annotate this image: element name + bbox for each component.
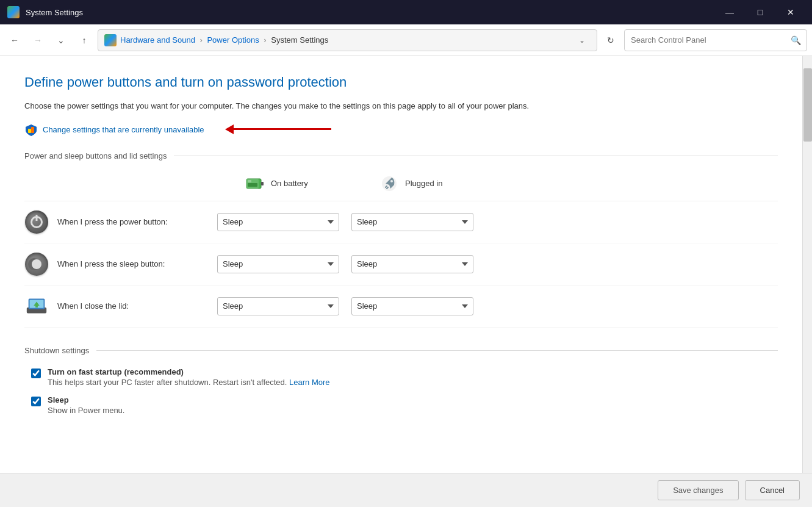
lid-battery-select[interactable]: Sleep Do nothing Hibernate Shut down Tur… <box>217 297 339 315</box>
battery-icon <box>244 173 266 195</box>
svg-rect-4 <box>261 182 264 185</box>
sleep-checkbox[interactable] <box>31 397 41 406</box>
svg-rect-1 <box>31 127 34 133</box>
up-button[interactable]: ↑ <box>74 31 94 50</box>
bottom-bar: Save changes Cancel <box>0 473 812 507</box>
battery-column-label: On battery <box>271 179 308 188</box>
svg-rect-5 <box>248 180 251 182</box>
fast-startup-label: Turn on fast startup (recommended) <box>48 367 778 376</box>
content-area: Define power buttons and turn on passwor… <box>0 56 802 473</box>
lid-battery-select-wrap: Sleep Do nothing Hibernate Shut down Tur… <box>217 297 351 315</box>
address-dropdown-button[interactable]: ⌄ <box>573 32 591 49</box>
sleep-text: Sleep Show in Power menu. <box>48 395 778 415</box>
forward-button[interactable]: → <box>28 31 48 50</box>
change-settings-row: Change settings that are currently unava… <box>24 123 778 137</box>
shield-icon <box>24 123 38 137</box>
power-battery-select[interactable]: Sleep Do nothing Hibernate Shut down Tur… <box>217 213 339 231</box>
shutdown-separator: Shutdown settings <box>24 346 778 355</box>
maximize-button[interactable]: □ <box>746 2 774 22</box>
plugged-column-label: Plugged in <box>405 179 442 188</box>
plugged-column-header: Plugged in <box>378 173 512 195</box>
address-bar-icon <box>104 34 117 46</box>
lid-icon <box>24 294 49 318</box>
power-plugged-select[interactable]: Sleep Do nothing Hibernate Shut down Tur… <box>351 213 473 231</box>
breadcrumb-root[interactable]: Hardware and Sound <box>120 35 195 45</box>
search-input[interactable] <box>625 35 785 45</box>
sleep-plugged-select[interactable]: Sleep Do nothing Hibernate Shut down Tur… <box>351 255 473 273</box>
power-row-label-wrap: When I press the power button: <box>24 210 217 234</box>
change-settings-link[interactable]: Change settings that are currently unava… <box>43 125 204 134</box>
save-changes-button[interactable]: Save changes <box>658 480 738 500</box>
cancel-button[interactable]: Cancel <box>745 480 800 500</box>
arrow-annotation <box>226 124 331 134</box>
fast-startup-description: This helps start your PC faster after sh… <box>48 378 778 387</box>
nav-bar: ← → ⌄ ↑ Hardware and Sound › Power Optio… <box>0 24 812 56</box>
lid-plugged-select[interactable]: Sleep Do nothing Hibernate Shut down Tur… <box>351 297 473 315</box>
svg-point-8 <box>390 180 393 182</box>
sleep-label: Sleep <box>48 395 778 405</box>
scrollbar-thumb[interactable] <box>803 68 812 142</box>
close-button[interactable]: ✕ <box>777 2 805 22</box>
page-description: Choose the power settings that you want … <box>24 100 543 112</box>
recent-button[interactable]: ⌄ <box>51 31 71 50</box>
breadcrumb: Hardware and Sound › Power Options › Sys… <box>120 35 570 45</box>
sleep-row-label: When I press the sleep button: <box>57 259 165 268</box>
lid-row: When I close the lid: Sleep Do nothing H… <box>24 286 778 328</box>
sleep-battery-select-wrap: Sleep Do nothing Hibernate Shut down Tur… <box>217 255 351 273</box>
plugged-icon <box>378 173 400 195</box>
battery-column-header: On battery <box>244 173 378 195</box>
arrow-head <box>225 124 234 134</box>
back-button[interactable]: ← <box>5 31 24 50</box>
power-buttons-section-label: Power and sleep buttons and lid settings <box>24 151 167 160</box>
power-row-label: When I press the power button: <box>57 217 168 226</box>
svg-rect-6 <box>248 183 257 187</box>
main-content: Define power buttons and turn on passwor… <box>0 56 812 473</box>
breadcrumb-level3: System Settings <box>271 35 328 45</box>
sleep-plugged-select-wrap: Sleep Do nothing Hibernate Shut down Tur… <box>351 255 486 273</box>
fast-startup-row: Turn on fast startup (recommended) This … <box>24 367 778 387</box>
power-buttons-separator: Power and sleep buttons and lid settings <box>24 151 778 160</box>
shutdown-separator-line <box>96 350 778 351</box>
address-bar: Hardware and Sound › Power Options › Sys… <box>98 29 597 51</box>
page-title: Define power buttons and turn on passwor… <box>24 74 778 90</box>
search-bar: 🔍 <box>624 29 807 51</box>
separator-line <box>174 156 778 156</box>
title-bar-text: System Settings <box>26 8 710 17</box>
sleep-battery-select[interactable]: Sleep Do nothing Hibernate Shut down Tur… <box>217 255 339 273</box>
power-battery-select-wrap: Sleep Do nothing Hibernate Shut down Tur… <box>217 213 351 231</box>
sleep-description: Show in Power menu. <box>48 406 778 415</box>
refresh-button[interactable]: ↻ <box>601 31 620 50</box>
minimize-button[interactable]: — <box>716 2 744 22</box>
scrollbar-track[interactable] <box>802 56 812 473</box>
power-button-icon <box>24 210 49 234</box>
sleep-row: Sleep Show in Power menu. <box>24 395 778 415</box>
lid-row-label: When I close the lid: <box>57 301 129 311</box>
sleep-button-row: When I press the sleep button: Sleep Do … <box>24 243 778 286</box>
shutdown-section-label: Shutdown settings <box>24 346 89 355</box>
arrow-line <box>234 128 331 130</box>
fast-startup-text: Turn on fast startup (recommended) This … <box>48 367 778 387</box>
search-button[interactable]: 🔍 <box>785 29 807 51</box>
sleep-row-label-wrap: When I press the sleep button: <box>24 252 217 276</box>
title-bar: System Settings — □ ✕ <box>0 0 812 24</box>
power-table: On battery Plugged in <box>24 173 778 328</box>
app-icon <box>7 6 20 18</box>
power-button-row: When I press the power button: Sleep Do … <box>24 201 778 243</box>
shutdown-section: Turn on fast startup (recommended) This … <box>24 367 778 415</box>
title-bar-controls: — □ ✕ <box>716 2 805 22</box>
breadcrumb-level2[interactable]: Power Options <box>207 35 259 45</box>
power-plugged-select-wrap: Sleep Do nothing Hibernate Shut down Tur… <box>351 213 486 231</box>
learn-more-link[interactable]: Learn More <box>289 378 329 387</box>
power-table-header: On battery Plugged in <box>24 173 778 201</box>
fast-startup-checkbox[interactable] <box>31 369 41 378</box>
fast-startup-checkbox-wrap <box>31 368 41 379</box>
svg-rect-0 <box>28 129 31 133</box>
sleep-checkbox-wrap <box>31 396 41 407</box>
lid-plugged-select-wrap: Sleep Do nothing Hibernate Shut down Tur… <box>351 297 486 315</box>
laptop-lid-icon-svg <box>24 295 49 317</box>
sleep-button-icon <box>24 252 49 276</box>
lid-row-label-wrap: When I close the lid: <box>24 294 217 318</box>
